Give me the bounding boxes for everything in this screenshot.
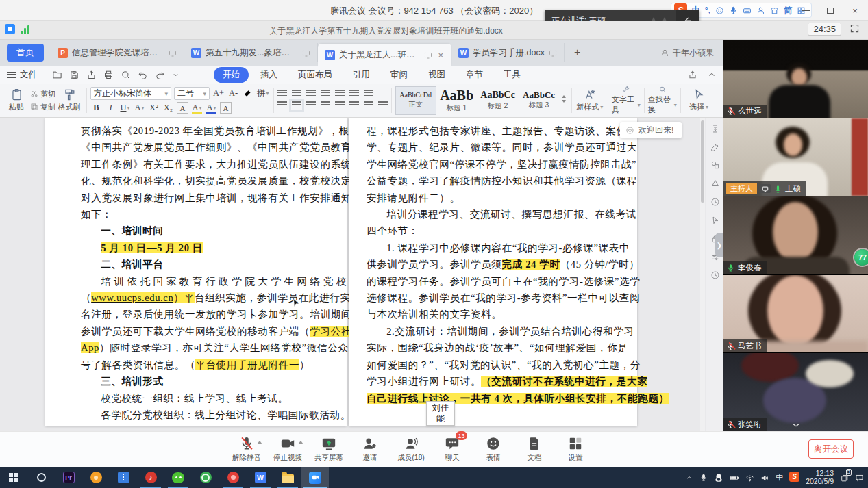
聊天-button[interactable]: 13聊天 (434, 435, 470, 463)
wps-doc-tab-2[interactable]: W第五十九期发...象培训动员会 (184, 43, 318, 62)
clear-format-button[interactable] (242, 88, 253, 99)
新样式-button[interactable]: 新样式▾ (575, 86, 604, 115)
undo-button[interactable] (138, 69, 148, 79)
pointer-tool-icon[interactable] (710, 215, 720, 225)
video-tile-马艺书[interactable]: 马艺书 (723, 275, 868, 353)
taskbar-start-icon[interactable] (0, 467, 27, 488)
emoji-picker-icon[interactable] (715, 6, 724, 15)
voice-input-icon[interactable] (729, 6, 738, 15)
justify-button[interactable] (321, 101, 330, 111)
taskbar-cortana-icon[interactable] (27, 467, 55, 488)
show-marks-button[interactable] (349, 90, 359, 99)
解除静音-button[interactable]: 解除静音 (229, 435, 264, 463)
subscript-button[interactable]: X₂ (162, 102, 174, 114)
停止视频-button[interactable]: 停止视频 (270, 435, 306, 463)
taskbar-red-app-icon[interactable] (219, 467, 247, 488)
skin-icon[interactable] (770, 6, 779, 15)
figure-icon[interactable] (756, 6, 765, 15)
document-canvas[interactable]: 贯彻落实《2019-2023 年全国党员教育培训工作规划》，根据《中国共产党发展… (0, 118, 723, 431)
decrease-indent-button[interactable] (306, 90, 316, 99)
phonetic-guide-button[interactable]: 拼▾ (256, 88, 270, 99)
cut-button[interactable]: 剪切 (30, 89, 55, 99)
style-正文[interactable]: AaBbCcDd正文 (395, 86, 436, 115)
highlight-color-button[interactable]: A▾ (191, 102, 203, 114)
collapse-panel-icon[interactable] (791, 421, 801, 431)
ribbon-tab-审阅[interactable]: 审阅 (382, 67, 417, 83)
tab-close-icon[interactable]: × (436, 50, 445, 60)
align-left-button[interactable] (277, 101, 287, 111)
wps-doc-tab-3[interactable]: W关于黑龙江大...班开班的通知× (318, 44, 451, 66)
style-标题 2[interactable]: AaBbCc标题 2 (478, 86, 519, 115)
ribbon-tab-开始[interactable]: 开始 (214, 67, 249, 83)
collapse-ribbon-icon[interactable] (707, 70, 717, 79)
选择-button[interactable]: 选择▾ (684, 86, 713, 115)
video-tile-李俊春[interactable]: 李俊春 (723, 196, 868, 274)
文字工具-button[interactable]: 文字工具▾ (612, 86, 641, 115)
tray-sogou-icon[interactable]: S (789, 472, 799, 482)
shrink-font-button[interactable]: A- (227, 88, 239, 99)
font-size-select[interactable]: 二号▾ (174, 87, 210, 100)
borders-button[interactable] (378, 101, 388, 111)
close-button[interactable]: × (850, 5, 860, 15)
style-标题 1[interactable]: AaBb标题 1 (436, 86, 478, 115)
taskbar-wechat-icon[interactable] (164, 467, 192, 488)
file-menu[interactable]: 文件 (0, 69, 45, 81)
options-caret[interactable] (257, 441, 262, 444)
ribbon-tab-页面布局[interactable]: 页面布局 (289, 67, 341, 83)
print-preview-button[interactable] (121, 69, 131, 79)
char-shading-button[interactable]: A (220, 102, 232, 114)
simplified-traditional-icon[interactable]: 简 (784, 5, 792, 16)
tray-clock[interactable]: 12:132020/5/9 (806, 470, 834, 485)
bold-button[interactable]: B (90, 102, 102, 114)
taskbar-orange-app-icon[interactable] (82, 467, 110, 488)
leave-meeting-button[interactable]: 离开会议 (808, 439, 854, 459)
output-button[interactable] (86, 69, 97, 79)
align-right-button[interactable] (306, 101, 316, 111)
save-button[interactable] (69, 69, 79, 79)
insert-table-button[interactable] (364, 90, 373, 99)
wifi-icon[interactable] (745, 472, 754, 482)
superscript-button[interactable]: X² (148, 102, 160, 114)
copy-button[interactable]: 复制 (30, 102, 55, 112)
video-tile-王硕[interactable]: 主持人王硕 (723, 118, 868, 196)
redo-button[interactable] (155, 69, 165, 79)
input-language-indicator[interactable]: 中 (776, 472, 783, 483)
action-center-icon[interactable] (855, 472, 864, 482)
font-name-select[interactable]: 方正小标宋简体▾ (90, 87, 171, 100)
成员(18)-button[interactable]: 成员(18) (393, 435, 429, 463)
ribbon-tab-工具[interactable]: 工具 (495, 67, 530, 83)
bullet-list-button[interactable] (277, 90, 287, 99)
font-effects-button[interactable]: A▾ (134, 102, 145, 114)
italic-button[interactable]: I (105, 102, 116, 114)
grow-font-button[interactable]: A+ (212, 88, 225, 99)
表情-button[interactable]: 表情 (475, 435, 511, 463)
fullscreen-button[interactable] (850, 23, 860, 36)
align-center-button[interactable] (292, 101, 301, 111)
new-tab-button[interactable]: + (565, 47, 590, 59)
distribute-button[interactable] (335, 101, 345, 111)
ribbon-tab-章节[interactable]: 章节 (457, 67, 492, 83)
ribbon-tab-引用[interactable]: 引用 (344, 67, 379, 83)
style-标题 3[interactable]: AaBbCc标题 3 (519, 86, 560, 115)
share-doc-icon[interactable] (688, 70, 697, 79)
document-page-left[interactable]: 贯彻落实《2019-2023 年全国党员教育培训工作规划》，根据《中国共产党发展… (45, 118, 347, 426)
more-commands-button[interactable] (172, 70, 179, 79)
tray-qq-icon[interactable] (714, 472, 723, 483)
邀请-button[interactable]: 邀请 (352, 435, 388, 463)
annotate-pen-icon[interactable] (710, 142, 720, 152)
paste-button[interactable]: 粘贴 (3, 88, 30, 112)
increase-indent-button[interactable] (321, 90, 330, 99)
taskbar-tencent-meeting-icon[interactable] (301, 467, 329, 488)
minimize-button[interactable] (801, 5, 810, 15)
wps-home-tab[interactable]: 首页 (7, 44, 44, 62)
show-hidden-icons-button[interactable] (685, 473, 693, 483)
floating-badge[interactable]: 77 (854, 249, 868, 266)
open-file-button[interactable] (52, 69, 62, 79)
taskbar-archiver-icon[interactable] (110, 467, 137, 488)
wps-doc-tab-1[interactable]: P信息管理学院党课培训动员 (51, 43, 184, 62)
print-button[interactable] (103, 69, 114, 79)
number-list-button[interactable] (292, 90, 301, 99)
taskbar-wps-icon[interactable]: W (247, 467, 274, 488)
fit-page-icon[interactable] (710, 123, 720, 133)
font-color-button[interactable]: A▾ (206, 102, 217, 114)
